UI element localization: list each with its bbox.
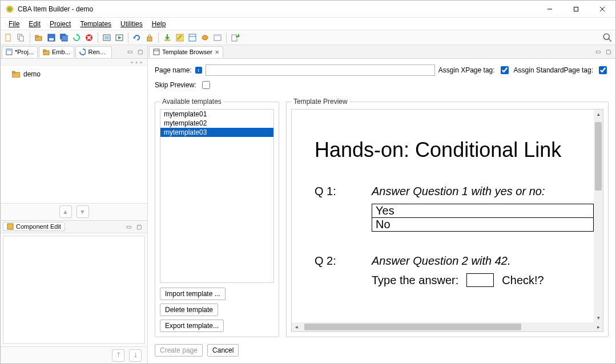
cancel-button[interactable]: Cancel — [207, 344, 239, 357]
refresh-icon — [79, 48, 86, 55]
toolbar-import-icon[interactable] — [162, 32, 173, 43]
tab-render-view[interactable]: Rend... — [75, 46, 112, 58]
toolbar-copy-icon[interactable] — [15, 32, 27, 43]
maximize-view-icon[interactable]: ▢ — [135, 223, 143, 230]
toolbar-preview-icon[interactable] — [101, 32, 112, 43]
svg-rect-28 — [214, 35, 221, 37]
assign-standard-checkbox[interactable] — [599, 66, 607, 74]
toolbar-refresh-icon[interactable] — [71, 32, 82, 43]
template-browser-title: Template Browser — [162, 48, 212, 55]
toolbar-edit-icon[interactable] — [174, 32, 186, 43]
menu-file[interactable]: File — [4, 19, 24, 29]
menu-help[interactable]: Help — [147, 19, 171, 29]
preview-content: Hands-on: Conditional Link Q 1: Answer Q… — [292, 110, 594, 322]
nav-down-button[interactable]: ▼ — [77, 205, 89, 218]
scroll-thumb-v[interactable] — [595, 122, 602, 191]
q1-option-yes[interactable]: Yes — [372, 204, 594, 218]
component-edit-body — [3, 236, 145, 344]
check-button[interactable]: Check!? — [502, 274, 543, 287]
folder-icon — [43, 48, 50, 55]
tree-item-demo[interactable]: demo — [4, 69, 144, 79]
template-option-1[interactable]: mytemplate02 — [160, 119, 273, 128]
svg-rect-14 — [62, 35, 67, 41]
window-close-button[interactable] — [589, 1, 615, 18]
page-name-input[interactable] — [206, 64, 435, 76]
toolbar-browser-icon[interactable] — [212, 32, 223, 43]
toolbar-saveall-icon[interactable] — [58, 32, 70, 43]
nav-up-button[interactable]: ▲ — [59, 205, 72, 218]
toolbar-save-icon[interactable] — [46, 32, 57, 43]
toolbar-layout-icon[interactable] — [187, 32, 198, 43]
info-icon[interactable]: i — [195, 67, 202, 74]
toolbar-sync-icon[interactable] — [131, 32, 143, 43]
left-view-tabs: *Proj... Emb... Rend... ▭ ▢ — [1, 45, 147, 59]
preview-frame: Hands-on: Conditional Link Q 1: Answer Q… — [291, 109, 603, 332]
svg-rect-33 — [6, 49, 12, 51]
available-templates-group: Available templates mytemplate01 mytempl… — [155, 98, 279, 337]
toolbar-stop-icon[interactable] — [83, 32, 95, 43]
type-answer-input[interactable] — [466, 273, 494, 287]
preview-horizontal-scrollbar[interactable]: ◂ ▸ — [292, 322, 603, 331]
template-option-2[interactable]: mytemplate03 — [160, 128, 273, 137]
menu-utilities[interactable]: Utilities — [116, 19, 147, 29]
export-template-button[interactable]: Export template... — [160, 319, 224, 332]
window-maximize-button[interactable] — [563, 1, 589, 18]
app-icon — [5, 5, 14, 14]
comp-down-button[interactable]: ⤓ — [129, 349, 142, 362]
menu-edit[interactable]: Edit — [24, 19, 45, 29]
maximize-view-icon[interactable]: ▢ — [604, 48, 612, 56]
svg-point-1 — [8, 7, 11, 11]
minimize-view-icon[interactable]: ▭ — [594, 48, 602, 56]
scroll-left-icon[interactable]: ◂ — [292, 322, 301, 331]
tab-embedded-view[interactable]: Emb... — [39, 46, 74, 58]
tab-project-view[interactable]: *Proj... — [2, 46, 38, 58]
assign-xpage-checkbox[interactable] — [501, 66, 509, 74]
tab-template-browser[interactable]: Template Browser ✕ — [149, 46, 223, 58]
scroll-thumb-h[interactable] — [304, 323, 521, 330]
menu-templates[interactable]: Templates — [75, 19, 116, 29]
template-option-0[interactable]: mytemplate01 — [160, 110, 273, 119]
toolbar-play-icon[interactable] — [114, 32, 125, 43]
type-answer-label: Type the answer: — [372, 274, 458, 287]
minimize-view-icon[interactable]: ▭ — [124, 223, 132, 230]
tab-embedded-label: Emb... — [52, 48, 70, 55]
toolbar-new-icon[interactable] — [3, 32, 14, 43]
menubar: File Edit Project Templates Utilities He… — [1, 18, 615, 30]
comp-up-button[interactable]: ⤒ — [112, 349, 124, 362]
scroll-down-icon[interactable]: ▾ — [594, 313, 603, 322]
skip-preview-checkbox[interactable] — [202, 81, 210, 89]
tab-component-edit[interactable]: Component Edit — [3, 222, 65, 231]
svg-rect-29 — [232, 35, 237, 41]
scroll-right-icon[interactable]: ▸ — [594, 322, 603, 331]
scroll-up-icon[interactable]: ▴ — [594, 110, 603, 119]
template-list[interactable]: mytemplate01 mytemplate02 mytemplate03 — [160, 109, 274, 283]
maximize-view-icon[interactable]: ▢ — [136, 48, 144, 56]
toolbar-search-icon[interactable] — [602, 32, 613, 43]
folder-icon — [12, 71, 20, 78]
close-icon[interactable]: ✕ — [215, 49, 219, 55]
main-toolbar — [1, 30, 615, 45]
skip-preview-label: Skip Preview: — [155, 81, 196, 89]
q2-label: Q 2: — [315, 254, 372, 268]
window-icon — [6, 48, 13, 55]
delete-template-button[interactable]: Delete template — [160, 304, 218, 316]
preview-vertical-scrollbar[interactable]: ▴ ▾ — [594, 110, 603, 322]
right-view-tabs: Template Browser ✕ ▭ ▢ — [148, 45, 615, 59]
toolbar-circle-icon[interactable] — [199, 32, 211, 43]
menu-project[interactable]: Project — [45, 19, 75, 29]
assign-xpage-label: Assgin XPage tag: — [438, 66, 495, 74]
tab-project-label: *Proj... — [15, 48, 34, 55]
q1-option-no[interactable]: No — [372, 218, 594, 232]
minimize-view-icon[interactable]: ▭ — [126, 48, 134, 56]
svg-rect-37 — [12, 71, 15, 73]
import-template-button[interactable]: Import template ... — [160, 288, 226, 300]
svg-rect-21 — [147, 37, 152, 41]
create-page-button[interactable]: Create page — [155, 344, 203, 357]
toolbar-export-icon[interactable] — [230, 32, 241, 43]
component-edit-header: Component Edit ▭ ▢ — [1, 221, 147, 233]
panel-grip[interactable]: ∘∘∘ — [1, 59, 147, 66]
window-minimize-button[interactable] — [537, 1, 563, 18]
project-tree: demo — [1, 66, 147, 203]
toolbar-lock-icon[interactable] — [144, 32, 155, 43]
toolbar-open-icon[interactable] — [33, 32, 45, 43]
